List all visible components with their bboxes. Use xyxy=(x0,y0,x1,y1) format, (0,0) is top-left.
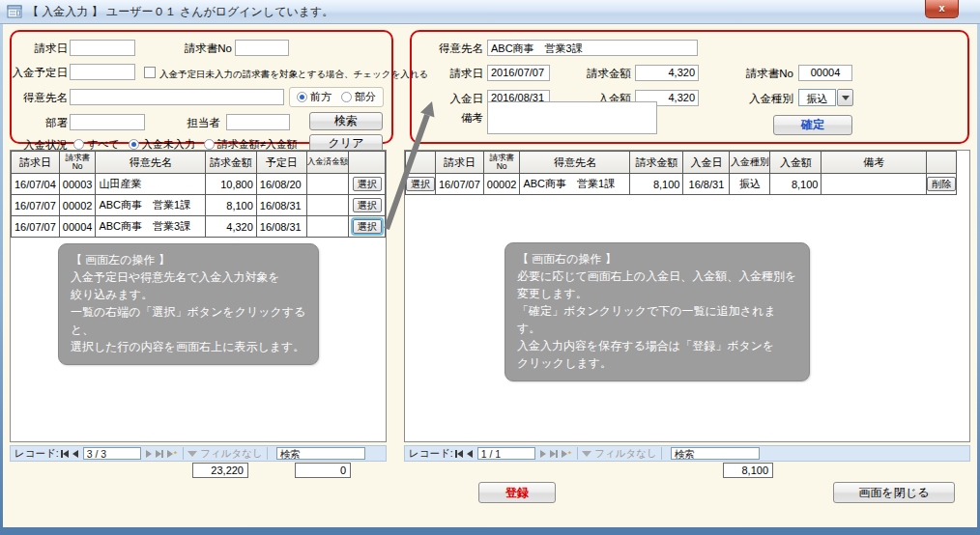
note-input[interactable] xyxy=(487,101,657,134)
left-record-navigator: レコード: 3 / 3 * フィルタなし 検索 xyxy=(10,445,387,462)
new-record-icon xyxy=(562,450,567,458)
first-record-button[interactable] xyxy=(455,450,463,458)
cell-invoice-no: 00002 xyxy=(483,174,520,195)
next-record-button[interactable] xyxy=(146,450,152,458)
col-paid-amount: 入金済金額 xyxy=(306,152,349,174)
chevron-down-icon xyxy=(842,96,850,100)
deposit-type-combo[interactable]: 振込 xyxy=(798,89,853,106)
scheduled-date-input[interactable] xyxy=(70,64,135,80)
cell-invoice-no: 00004 xyxy=(59,216,96,238)
new-record-button[interactable]: * xyxy=(562,449,572,459)
record-position[interactable]: 1 / 1 xyxy=(477,447,535,460)
deposit-type-dropdown-button[interactable] xyxy=(837,89,853,106)
last-record-button[interactable] xyxy=(156,450,163,458)
close-window-button[interactable]: x xyxy=(925,0,959,18)
table-row: 16/07/07 00002 ABC商事 営業1課 8,100 16/08/31… xyxy=(12,195,386,216)
record-search-input[interactable]: 検索 xyxy=(671,447,760,460)
cell-deposit-type: 振込 xyxy=(730,174,770,195)
cell-customer: 山田産業 xyxy=(96,174,206,195)
col-invoice-no: 請求書 No xyxy=(483,152,520,174)
radio-dot-icon xyxy=(73,139,84,150)
select-row-button[interactable]: 選択 xyxy=(353,177,382,191)
col-customer: 得意先名 xyxy=(520,152,630,174)
radio-dot-icon xyxy=(129,139,139,150)
prev-record-button[interactable] xyxy=(72,450,78,458)
last-record-icon xyxy=(161,450,163,458)
right-instructions-note: 【 画面右の操作 】 必要に応じて画面右上の入金日、入金額、入金種別を 変更しま… xyxy=(504,242,810,381)
first-record-button[interactable] xyxy=(61,450,69,458)
entry-customer-label: 得意先名 xyxy=(433,42,483,56)
next-icon xyxy=(146,450,152,458)
close-screen-button[interactable]: 画面を閉じる xyxy=(833,482,955,503)
department-input[interactable] xyxy=(70,114,145,130)
next-record-button[interactable] xyxy=(540,450,546,458)
match-forward-radio[interactable]: 前方 xyxy=(297,90,331,104)
filter-icon xyxy=(582,451,591,457)
window-title: 【 入金入力 】 ユーザー０１ さんがログインしています。 xyxy=(27,4,333,20)
match-forward-label: 前方 xyxy=(310,90,331,104)
entry-billing-date-label: 請求日 xyxy=(439,67,483,81)
right-record-navigator: レコード: 1 / 1 * フィルタなし 検索 xyxy=(404,445,970,462)
deposit-type-value[interactable]: 振込 xyxy=(798,89,836,106)
last-record-button[interactable] xyxy=(550,450,558,458)
customer-name-input[interactable] xyxy=(70,89,284,105)
radio-dot-icon xyxy=(204,139,215,150)
billing-date-label: 請求日 xyxy=(23,42,68,56)
register-button[interactable]: 登録 xyxy=(478,482,556,503)
cell-scheduled-date: 16/08/31 xyxy=(256,216,306,238)
cell-paid-amount xyxy=(306,195,349,216)
match-mode-group: 前方 部分 xyxy=(289,87,384,107)
note-label: 備考 xyxy=(439,111,483,126)
record-search-input[interactable]: 検索 xyxy=(276,447,365,460)
select-deposit-row-button[interactable]: 選択 xyxy=(406,177,435,191)
radio-dot-icon xyxy=(341,92,352,102)
col-select xyxy=(406,152,436,174)
cell-billing-amount: 10,800 xyxy=(205,174,256,195)
cell-customer: ABC商事 営業1課 xyxy=(96,195,206,216)
cell-scheduled-date: 16/08/31 xyxy=(256,195,306,216)
staff-input[interactable] xyxy=(226,114,290,130)
select-row-button-focused[interactable]: 選択 xyxy=(353,219,382,234)
prev-icon xyxy=(467,450,473,458)
delete-row-button[interactable]: 削除 xyxy=(927,177,956,191)
confirm-button[interactable]: 確定 xyxy=(773,115,852,135)
no-scheduled-date-checkbox-label: 入金予定日未入力の請求書を対象とする場合、チェックを入れる xyxy=(159,69,428,81)
entry-invoice-no-field[interactable]: 00004 xyxy=(798,65,852,81)
staff-label: 担当者 xyxy=(176,116,220,130)
record-label: レコード: xyxy=(14,447,59,461)
total-deposit-amount: 8,100 xyxy=(723,463,773,478)
table-header-row: 請求日 請求書 No 得意先名 請求金額 予定日 入金済金額 xyxy=(12,152,386,174)
col-deposit-amount: 入金額 xyxy=(770,152,821,174)
select-row-button[interactable]: 選択 xyxy=(353,198,382,212)
entry-billing-date-field[interactable]: 2016/07/07 xyxy=(487,65,550,81)
prev-record-button[interactable] xyxy=(467,450,473,458)
cell-billing-date: 16/07/04 xyxy=(12,174,60,195)
cell-paid-amount xyxy=(306,216,349,238)
search-button[interactable]: 検索 xyxy=(309,112,383,130)
no-scheduled-date-checkbox[interactable] xyxy=(144,67,156,78)
table-row: 16/07/07 00004 ABC商事 営業3課 4,320 16/08/31… xyxy=(12,216,386,238)
entry-customer-field[interactable]: ABC商事 営業3課 xyxy=(487,40,698,56)
app-window: 【 入金入力 】 ユーザー０１ さんがログインしています。 x 請求日 請求書N… xyxy=(0,0,980,535)
entry-billing-amount-label: 請求金額 xyxy=(578,67,631,81)
invoice-no-label: 請求書No xyxy=(184,42,232,56)
invoice-no-input[interactable] xyxy=(235,40,289,56)
customer-name-label: 得意先名 xyxy=(23,91,68,105)
table-header-row: 請求日 請求書 No 得意先名 請求金額 入金日 入金種別 入金額 備考 xyxy=(406,152,957,174)
total-paid-amount: 0 xyxy=(295,463,351,478)
entry-panel: 得意先名 ABC商事 営業3課 請求日 2016/07/07 請求金額 4,32… xyxy=(410,30,969,144)
col-customer: 得意先名 xyxy=(96,152,206,174)
entry-billing-amount-field[interactable]: 4,320 xyxy=(635,65,699,81)
record-position[interactable]: 3 / 3 xyxy=(83,447,141,460)
filter-status: フィルタなし xyxy=(200,447,262,461)
cell-billing-date: 16/07/07 xyxy=(436,174,484,195)
new-record-button[interactable]: * xyxy=(167,449,178,459)
billing-date-input[interactable] xyxy=(70,40,135,56)
col-billing-amount: 請求金額 xyxy=(205,152,256,174)
prev-icon xyxy=(63,450,69,458)
match-partial-radio[interactable]: 部分 xyxy=(341,90,376,104)
divider xyxy=(577,447,578,460)
col-billing-date: 請求日 xyxy=(436,152,484,174)
cell-billing-date: 16/07/07 xyxy=(12,195,60,216)
divider xyxy=(267,447,268,460)
